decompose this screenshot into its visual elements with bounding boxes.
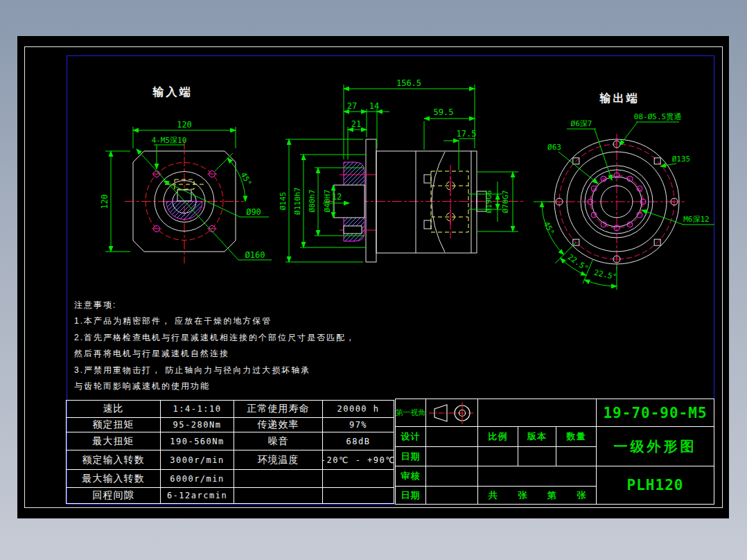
scale-value-cell: [477, 446, 518, 466]
spec-value: [322, 487, 394, 504]
section-dim-12: 12: [332, 192, 342, 202]
spec-label: 正常使用寿命: [234, 400, 323, 418]
section-view: 156.5 27 14 21 59.5 17.5 Ø145 Ø110h7 Ø80…: [279, 78, 525, 262]
input-view-title: 输入端: [152, 86, 193, 98]
section-dim-175: 17.5: [457, 129, 477, 139]
section-dim-21: 21: [351, 119, 361, 129]
section-dim-total: 156.5: [396, 78, 421, 88]
spec-label: 传递效率: [234, 417, 323, 432]
sheet-count-cell: 共 张 第 张: [477, 486, 597, 505]
input-end-view: 输入端 120 4-M5深10 120 45° Ø90: [100, 86, 272, 263]
spec-value: 6-12arcmin: [160, 487, 234, 504]
spec-value: 20000 h: [322, 400, 394, 418]
input-dim-width: 120: [177, 120, 192, 130]
input-dim-height: 120: [100, 194, 109, 209]
spec-value: 95-280Nm: [160, 417, 234, 432]
spec-label: 速比: [66, 400, 161, 418]
title-block-empty-cell: [477, 399, 597, 427]
note-line: 3.严禁用重物击打， 防止轴向力与径向力过大损坏轴承: [74, 362, 400, 378]
section-dim-d40: Ø40H7: [323, 189, 332, 212]
part-number: 19-70-90-M5: [596, 399, 714, 427]
note-line: 与齿轮而影响减速机的使用功能: [74, 378, 400, 394]
spec-value: 190-560Nm: [160, 432, 234, 450]
date-value-cell: [425, 486, 478, 505]
spec-value: -20℃ - +90℃: [322, 450, 394, 470]
spec-label: 最大输入转数: [66, 469, 161, 488]
spec-value: [322, 469, 394, 488]
version-value-cell: [518, 446, 556, 466]
output-dim-angle225b: 22.5°: [593, 268, 617, 282]
section-dim-d110: Ø110h7: [293, 187, 302, 215]
notes-title: 注意事项:: [74, 297, 400, 313]
output-dim-d135: Ø135: [672, 155, 691, 164]
section-dim-27: 27: [347, 101, 357, 111]
model-number: PLH120: [596, 466, 714, 505]
check-value-cell: [425, 466, 478, 487]
output-dim-m6: M6深12: [683, 215, 710, 224]
spec-label: 额定扭矩: [66, 417, 161, 432]
first-angle-projection-icon: [426, 399, 477, 426]
quantity-value-cell: [556, 446, 597, 466]
output-end-view: 输出端 Ø6深7 08-Ø5.5贯通 Ø63 Ø135: [534, 92, 714, 290]
section-dim-14: 14: [369, 101, 379, 111]
section-dim-d145: Ø145: [279, 192, 288, 211]
section-dim-595: 59.5: [434, 107, 454, 117]
sheets-unit-label: 张: [518, 489, 527, 502]
section-dim-d70: Ø70G7: [501, 190, 510, 213]
design-value-cell: [425, 426, 478, 447]
spec-label: 额定输入转数: [66, 450, 161, 470]
section-dim-d80: Ø80h7: [308, 189, 317, 212]
output-dim-d6: Ø6深7: [571, 119, 592, 128]
section-dim-d19: Ø19G6: [484, 190, 493, 213]
note-line: 然后再将电机与行星减速机自然连接: [74, 346, 400, 362]
sheets-total-label: 共: [489, 489, 498, 502]
spec-label: [234, 469, 323, 488]
note-line: 1.本产品为精密部件， 应放在干燥的地方保管: [74, 313, 400, 329]
projection-symbol-cell: [425, 399, 478, 427]
quantity-label: 数量: [556, 426, 597, 447]
version-label: 版本: [518, 426, 556, 447]
output-dim-angle225a: 22.5°: [566, 252, 590, 273]
date-label: 日期: [395, 486, 426, 505]
title-block-empty-cell: [477, 466, 597, 487]
output-dim-d63: Ø63: [547, 143, 561, 152]
sheets-unit-label: 张: [577, 489, 586, 502]
sheet-no-label: 第: [547, 489, 556, 502]
spec-value: 68dB: [322, 432, 394, 450]
spec-label: 最大扭矩: [66, 432, 161, 450]
spec-value: 3000r/min: [160, 450, 234, 470]
title-block: 第一视角 19-70-90-M5 设计 比例 版本 数量 一级外形图 日期 审核…: [395, 399, 714, 505]
input-dim-holes: 4-M5深10: [152, 136, 187, 145]
output-view-title: 输出端: [599, 92, 640, 104]
check-label: 审核: [395, 466, 426, 487]
input-dim-angle: 45°: [239, 171, 254, 188]
date-label: 日期: [395, 446, 426, 466]
design-label: 设计: [395, 426, 426, 447]
spec-value: 1:4-1:10: [160, 400, 234, 418]
scale-label: 比例: [477, 426, 518, 447]
spec-label: 回程间隙: [66, 487, 161, 504]
notes-block: 注意事项: 1.本产品为精密部件， 应放在干燥的地方保管 2.首先严格检查电机与…: [74, 297, 400, 394]
first-angle-label: 第一视角: [395, 399, 426, 427]
output-dim-angle45: 45°: [542, 220, 556, 237]
spec-label: [234, 487, 323, 504]
drawing-name: 一级外形图: [596, 426, 714, 466]
spec-value: 6000r/min: [160, 469, 234, 488]
date-value-cell: [425, 446, 478, 466]
spec-label: 噪音: [234, 432, 323, 450]
input-dim-d90: Ø90: [246, 207, 261, 217]
cad-preview: { "colors": { "background_top": "#8a99ae…: [0, 0, 747, 560]
input-dim-d160: Ø160: [245, 250, 265, 260]
spec-value: 97%: [322, 417, 394, 432]
output-dim-8holes: 08-Ø5.5贯通: [634, 112, 681, 121]
spec-table: 速比 1:4-1:10 正常使用寿命 20000 h 额定扭矩 95-280Nm…: [67, 400, 394, 503]
note-line: 2.首先严格检查电机与行星减速机相连接的个部位尺寸是否匹配，: [74, 330, 400, 346]
spec-label: 环境温度: [234, 450, 323, 470]
